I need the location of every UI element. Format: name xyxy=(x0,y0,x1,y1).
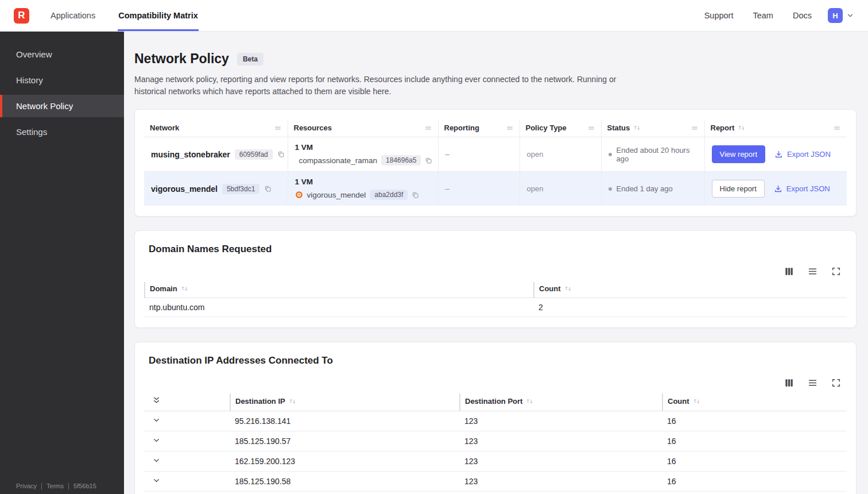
chevron-down-icon[interactable] xyxy=(149,436,161,445)
sort-icon[interactable] xyxy=(564,285,572,292)
network-row: musing_stonebraker 60959fad 1 VM compass… xyxy=(144,137,847,172)
col-header-status[interactable]: Status xyxy=(601,120,704,137)
destination-ip-cell: 162.159.200.123 xyxy=(230,451,460,472)
status-dot xyxy=(609,187,612,191)
table-toolbar xyxy=(150,378,841,388)
sort-icon[interactable] xyxy=(633,124,641,132)
sidebar-item-network-policy[interactable]: Network Policy xyxy=(0,95,124,117)
footer-divider xyxy=(68,483,69,489)
expand-icon[interactable] xyxy=(831,267,841,276)
build-version: 5f56b15 xyxy=(73,483,96,489)
sort-icon[interactable] xyxy=(693,397,700,405)
col-header-reporting-label: Reporting xyxy=(444,124,479,132)
col-header-destination-port-label: Destination Port xyxy=(465,397,522,406)
sidebar-item-settings[interactable]: Settings xyxy=(0,121,124,143)
destination-ip-cell: 95.216.100.21 xyxy=(230,492,460,494)
topbar-spacer xyxy=(199,0,704,31)
reporting-cell: – xyxy=(438,137,520,172)
column-menu-icon[interactable] xyxy=(274,124,282,132)
column-menu-icon[interactable] xyxy=(691,124,699,132)
col-header-reporting[interactable]: Reporting xyxy=(438,120,520,137)
download-icon xyxy=(774,150,783,159)
networks-card: Network Resources Reporting Policy Type … xyxy=(134,109,857,217)
main-content: Network Policy Beta Manage network polic… xyxy=(124,32,868,494)
col-header-domain[interactable]: Domain xyxy=(145,282,534,298)
sort-icon[interactable] xyxy=(289,397,296,405)
col-header-report-label: Report xyxy=(711,124,735,132)
sidebar-footer: Privacy Terms 5f56b15 xyxy=(16,483,96,489)
user-menu-chevron-icon xyxy=(846,11,854,20)
networks-table: Network Resources Reporting Policy Type … xyxy=(144,120,847,206)
copy-icon[interactable] xyxy=(412,191,419,199)
link-docs[interactable]: Docs xyxy=(793,11,812,20)
vm-icon xyxy=(295,191,303,199)
destination-ip-cell: 95.216.138.141 xyxy=(230,411,460,431)
column-menu-icon[interactable] xyxy=(506,124,514,132)
copy-icon[interactable] xyxy=(277,150,285,158)
col-header-resources[interactable]: Resources xyxy=(288,120,438,137)
privacy-link[interactable]: Privacy xyxy=(16,483,37,489)
columns-icon[interactable] xyxy=(784,378,794,388)
hide-report-button[interactable]: Hide report xyxy=(712,180,765,198)
destination-ip-cell: 185.125.190.58 xyxy=(230,472,460,492)
col-header-destination-ip[interactable]: Destination IP xyxy=(230,393,460,411)
chevron-down-icon[interactable] xyxy=(149,456,161,465)
col-header-count[interactable]: Count xyxy=(662,393,847,411)
expand-icon[interactable] xyxy=(831,378,841,388)
row-density-icon[interactable] xyxy=(808,267,817,276)
download-icon xyxy=(774,184,782,193)
page-description: Manage network policy, reporting and vie… xyxy=(134,74,640,98)
table-toolbar xyxy=(150,267,841,276)
status-cell: Ended 1 day ago xyxy=(601,172,704,206)
sidebar-item-overview[interactable]: Overview xyxy=(0,43,124,65)
column-menu-icon[interactable] xyxy=(424,124,432,132)
copy-icon[interactable] xyxy=(425,157,432,164)
export-json-link[interactable]: Export JSON xyxy=(774,150,831,159)
destination-ips-title: Destination IP Addresses Connected To xyxy=(149,355,842,366)
beta-badge: Beta xyxy=(237,53,264,65)
column-menu-icon[interactable] xyxy=(833,124,841,132)
view-report-button[interactable]: View report xyxy=(712,145,766,163)
sidebar-item-history[interactable]: History xyxy=(0,69,124,91)
column-menu-icon[interactable] xyxy=(587,124,595,132)
app-logo[interactable]: R xyxy=(14,8,29,24)
terms-link[interactable]: Terms xyxy=(46,483,64,489)
nav-compatibility-matrix[interactable]: Compatibility Matrix xyxy=(118,0,199,31)
col-header-policy-type[interactable]: Policy Type xyxy=(520,120,601,137)
link-support[interactable]: Support xyxy=(704,11,734,20)
top-navigation: Applications Compatibility Matrix xyxy=(50,0,199,31)
link-team[interactable]: Team xyxy=(753,11,773,20)
chevron-down-icon[interactable] xyxy=(149,476,161,485)
nav-applications[interactable]: Applications xyxy=(50,0,96,31)
status-cell: Ended about 20 hours ago xyxy=(601,137,704,172)
network-name-cell: musing_stonebraker 60959fad xyxy=(144,137,288,172)
columns-icon[interactable] xyxy=(784,267,794,276)
col-header-destination-port[interactable]: Destination Port xyxy=(460,393,662,411)
col-header-count[interactable]: Count xyxy=(534,282,847,298)
network-name: musing_stonebraker xyxy=(151,150,230,159)
col-header-network[interactable]: Network xyxy=(144,120,288,137)
avatar[interactable]: H xyxy=(828,8,843,23)
count-cell: 16 xyxy=(662,451,847,472)
count-cell: 16 xyxy=(662,411,847,431)
count-cell: 16 xyxy=(662,431,847,451)
sort-icon[interactable] xyxy=(738,124,745,132)
destination-port-cell: 123 xyxy=(460,492,662,494)
sort-icon[interactable] xyxy=(526,397,533,405)
destination-port-cell: 123 xyxy=(460,451,662,472)
status-text: Ended about 20 hours ago xyxy=(617,146,698,163)
sort-icon[interactable] xyxy=(181,285,188,292)
topbar-links: Support Team Docs xyxy=(704,0,812,31)
copy-icon[interactable] xyxy=(264,185,272,192)
export-json-link[interactable]: Export JSON xyxy=(774,184,830,193)
network-id-badge: 5bdf3dc1 xyxy=(222,184,259,194)
destination-row: 185.125.190.58 123 16 xyxy=(144,472,847,492)
account-menu[interactable]: H xyxy=(828,0,854,31)
reporting-cell: – xyxy=(438,172,520,206)
chevron-down-icon[interactable] xyxy=(149,416,161,424)
count-cell: 16 xyxy=(662,472,847,492)
col-header-policy-type-label: Policy Type xyxy=(526,124,567,132)
double-chevron-down-icon[interactable] xyxy=(149,396,161,404)
row-density-icon[interactable] xyxy=(808,378,817,388)
col-header-report[interactable]: Report xyxy=(704,120,847,137)
